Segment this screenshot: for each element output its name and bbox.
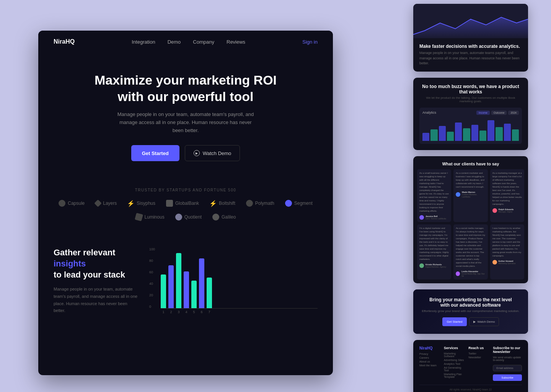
panel4-watch-demo[interactable]: ▶ Watch Demo bbox=[469, 317, 499, 326]
logo-boltshift: ⚡ Boltshift bbox=[210, 200, 235, 207]
hero-buttons: Get Started ▶ Watch Demo bbox=[61, 145, 310, 161]
polymath-icon bbox=[246, 200, 253, 207]
footer-careers[interactable]: Careers bbox=[419, 356, 440, 359]
watch-demo-button[interactable]: ▶ Watch Demo bbox=[185, 145, 240, 161]
logo-segment: Segment bbox=[285, 200, 313, 207]
footer-email-input[interactable] bbox=[493, 365, 522, 371]
footer-reach-title: Reach us bbox=[468, 346, 489, 350]
footer-service-2[interactable]: Advertising Sites bbox=[444, 359, 465, 361]
testimonials-grid: As a small business owner I was struggli… bbox=[413, 169, 528, 283]
testimonial-3-author: Ralph Edwards Manager, Digital bbox=[492, 208, 522, 213]
logo-luminous: Luminous bbox=[135, 214, 165, 220]
hero-title: Maximize your marketing ROI with our pow… bbox=[61, 72, 310, 105]
chart-area: 100806040200 bbox=[149, 247, 318, 316]
chart-y-labels: 100806040200 bbox=[149, 247, 155, 309]
nav-reviews[interactable]: Reviews bbox=[227, 39, 245, 45]
avatar-3 bbox=[492, 208, 497, 213]
subscribe-button[interactable]: Subscribe bbox=[493, 374, 522, 381]
bar-2 bbox=[168, 265, 174, 308]
panel4-title: Bring your marketing to the next levelwi… bbox=[419, 297, 522, 308]
analytics-badges: Income Outcome 2024 bbox=[476, 111, 519, 115]
footer-team[interactable]: Meet the team bbox=[419, 364, 440, 367]
footer-newsletter-link[interactable]: Newsletter bbox=[468, 356, 489, 359]
testimonial-4: I'm a digital marketer and I've been usi… bbox=[417, 224, 451, 279]
footer-twitter[interactable]: Twitter bbox=[468, 352, 489, 355]
analytics-mini: Analytics Income Outcome 2024 bbox=[419, 108, 522, 144]
layers-icon bbox=[94, 199, 102, 207]
sisyphus-icon: ⚡ bbox=[127, 200, 134, 207]
logo-sisyphus: ⚡ Sisyphus bbox=[127, 200, 155, 207]
signin-link[interactable]: Sign in bbox=[302, 39, 318, 45]
logo-capsule: Capsule bbox=[59, 200, 85, 207]
avatar-6 bbox=[492, 260, 497, 265]
testimonial-4-text: I'm a digital marketer and I've been usi… bbox=[419, 227, 449, 261]
badge-year: 2024 bbox=[508, 111, 519, 115]
footer-copyright: All rights reserved. NiraHQ team 22 bbox=[419, 385, 522, 391]
logo-globalbank: GlobalBank bbox=[166, 200, 199, 207]
quotient-icon bbox=[175, 214, 182, 220]
logo-polymath: Polymath bbox=[246, 200, 274, 207]
panel2-desc: We let the product do the talking. Our c… bbox=[419, 96, 522, 103]
analytics-mini-title: Analytics bbox=[422, 111, 436, 114]
testimonial-2-text: As a content marketer and business I was… bbox=[456, 172, 485, 189]
testimonial-3: As a marketing manager at a large compan… bbox=[490, 169, 524, 222]
footer-service-3[interactable]: Analytics Tool bbox=[444, 363, 465, 365]
boltshift-icon: ⚡ bbox=[210, 200, 217, 207]
footer-services-col: Services Marketing Software Advertising … bbox=[444, 346, 465, 381]
logo-quotient: Quotient bbox=[175, 214, 202, 220]
bar-5 bbox=[191, 281, 197, 308]
testimonial-6-text: I was hesitant to try another marketing … bbox=[492, 227, 522, 258]
footer-newsletter-desc: We send emails update bi-weekly bbox=[493, 356, 522, 361]
right-panels: Make faster decisions with accurate anal… bbox=[413, 0, 528, 392]
panel-cta: Bring your marketing to the next levelwi… bbox=[413, 289, 528, 334]
bar-7 bbox=[207, 278, 212, 308]
testimonial-2: As a content marketer and business I was… bbox=[453, 169, 487, 222]
nav-links: Integration Demo Company Reviews bbox=[132, 39, 245, 45]
segment-icon bbox=[285, 200, 292, 207]
play-icon-sm: ▶ bbox=[473, 320, 476, 323]
nav-integration[interactable]: Integration bbox=[132, 39, 155, 45]
chart-x-labels: 1 2 3 4 5 6 7 bbox=[161, 309, 318, 314]
analytics-mini-header: Analytics Income Outcome 2024 bbox=[422, 111, 519, 115]
panel-analytics-wave: Make faster decisions with accurate anal… bbox=[413, 4, 528, 72]
trusted-section: TRUSTED BY STARTUPS AND FORTUNE 500 Caps… bbox=[38, 176, 333, 232]
footer-service-5[interactable]: Marketing Plan Template bbox=[444, 373, 465, 378]
testimonial-6-author: Esther Howard Marketing Specialist bbox=[492, 260, 522, 265]
hero-section: Maximize your marketing ROI with our pow… bbox=[38, 53, 333, 176]
analytics-mini-bars bbox=[422, 118, 519, 141]
bar-1 bbox=[161, 274, 166, 308]
main-card: NiraHQ Integration Demo Company Reviews … bbox=[38, 31, 333, 375]
wave-svg bbox=[413, 11, 528, 38]
luminous-icon bbox=[135, 213, 143, 221]
testimonial-1: As a small business owner I was struggli… bbox=[417, 169, 451, 222]
footer-service-1[interactable]: Marketing Software bbox=[444, 352, 465, 358]
footer-brand-col: NiraHQ Privacy Careers About us Meet the… bbox=[419, 346, 440, 381]
footer-reach-col: Reach us Twitter Newsletter bbox=[468, 346, 489, 381]
panel1-title: Make faster decisions with accurate anal… bbox=[419, 44, 522, 49]
nav-demo[interactable]: Demo bbox=[168, 39, 181, 45]
panel4-desc: Effortlessly grow your brand with our co… bbox=[419, 309, 522, 313]
trusted-label: TRUSTED BY STARTUPS AND FORTUNE 500 bbox=[54, 188, 318, 192]
panel-testimonials: What our clients have to say As a small … bbox=[413, 156, 528, 283]
bar-3 bbox=[176, 253, 181, 308]
bar-6 bbox=[199, 258, 204, 308]
footer-privacy[interactable]: Privacy bbox=[419, 353, 440, 355]
testimonial-1-author: Jessica Bell CEO, Technic LabMedia bbox=[419, 215, 449, 220]
footer-about[interactable]: About us bbox=[419, 360, 440, 363]
wave-area bbox=[413, 4, 528, 38]
panel2-title: No too much buzz words, we have a produc… bbox=[419, 84, 522, 95]
get-started-button[interactable]: Get Started bbox=[131, 145, 179, 161]
testimonial-5-author: Leslie Alexander Social Media Mgr, App S… bbox=[456, 270, 485, 277]
globalbank-icon bbox=[166, 200, 173, 207]
avatar-5 bbox=[456, 271, 460, 276]
play-icon: ▶ bbox=[194, 150, 200, 156]
testimonial-5-text: As a social media manager, I'm always lo… bbox=[456, 227, 485, 268]
brand-logo: NiraHQ bbox=[54, 38, 75, 45]
footer-service-4[interactable]: Ad Generating Tool bbox=[444, 366, 465, 372]
panel-nobuzz: No too much buzz words, we have a produc… bbox=[413, 78, 528, 150]
chart-bars bbox=[161, 247, 318, 309]
panel4-get-started[interactable]: Get Started bbox=[442, 317, 467, 326]
nav-company[interactable]: Company bbox=[193, 39, 214, 45]
trusted-logos: Capsule Layers ⚡ Sisyphus GlobalBank ⚡ B… bbox=[54, 200, 318, 220]
testimonial-5: As a social media manager, I'm always lo… bbox=[453, 224, 487, 279]
